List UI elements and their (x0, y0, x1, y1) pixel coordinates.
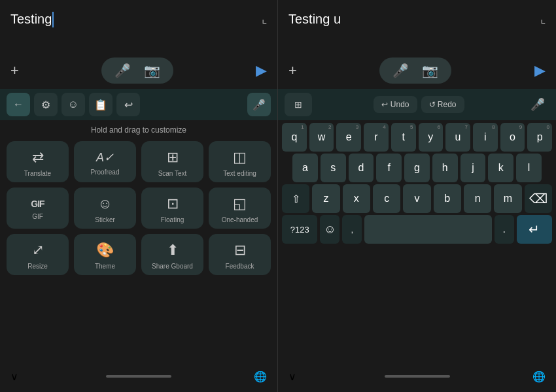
key-d[interactable]: d (349, 154, 374, 182)
right-text-area: Testing u (278, 0, 556, 52)
one-handed-label: One-handed (222, 216, 258, 223)
left-undo-button[interactable]: ↩ (116, 93, 140, 116)
menu-item-theme[interactable]: 🎨 Theme (74, 234, 136, 275)
key-z[interactable]: z (312, 184, 339, 213)
theme-label: Theme (95, 263, 115, 270)
left-mic-sub-button[interactable]: 🎤 (247, 93, 271, 116)
key-row-3: ⇧ z x c v b n m ⌫ (282, 184, 552, 213)
right-mic-icon[interactable]: 🎤 (392, 63, 409, 78)
key-i[interactable]: 8i (473, 123, 498, 152)
keyboard: 1q 2w 3e 4r 5t 6y 7u 8i 9o 0p a s d f g … (278, 120, 556, 392)
left-chevron-down-icon[interactable]: ∨ (10, 370, 18, 383)
right-mic-button[interactable]: 🎤 (526, 93, 549, 116)
right-kb-top-bar: ⊞ ↩ Undo ↺ Redo 🎤 (278, 89, 556, 120)
left-panel: Testing ⌞ + 🎤 📷 ▶ ← ⚙ ☺ 📋 ↩ 🎤 Hold and d… (0, 0, 278, 392)
gif-icon: GIF (31, 199, 44, 209)
sticker-label: Sticker (95, 216, 115, 223)
left-menu-grid: ⇄ Translate A✓ Proofread ⊞ Scan Text ◫ T… (0, 141, 277, 275)
menu-item-floating[interactable]: ⊡ Floating (141, 188, 203, 229)
share-gboard-icon: ⬆ (167, 242, 179, 259)
theme-icon: 🎨 (96, 242, 114, 259)
menu-item-gif[interactable]: GIF GIF (7, 188, 69, 229)
menu-item-resize[interactable]: ⤢ Resize (7, 234, 69, 275)
left-toolbar: + 🎤 📷 ▶ (0, 52, 277, 89)
key-p[interactable]: 0p (527, 123, 552, 152)
key-row-2: a s d f g h j k l (282, 154, 552, 182)
menu-item-translate[interactable]: ⇄ Translate (7, 141, 69, 182)
key-w[interactable]: 2w (309, 123, 334, 152)
left-text-area: Testing (0, 0, 277, 52)
key-backspace[interactable]: ⌫ (525, 184, 552, 213)
key-enter[interactable]: ↵ (517, 215, 552, 244)
right-undo-button[interactable]: ↩ Undo (374, 96, 417, 113)
key-shift[interactable]: ⇧ (282, 184, 309, 213)
key-e[interactable]: 3e (336, 123, 361, 152)
menu-item-text-editing[interactable]: ◫ Text editing (209, 141, 271, 182)
menu-item-sticker[interactable]: ☺ Sticker (74, 188, 136, 229)
menu-item-feedback[interactable]: ⊟ Feedback (209, 234, 271, 275)
key-num[interactable]: ?123 (282, 215, 317, 244)
key-space[interactable] (364, 215, 491, 244)
cursor (52, 12, 54, 27)
key-h[interactable]: h (432, 154, 458, 182)
right-plus-button[interactable]: + (288, 62, 297, 79)
key-q[interactable]: 1q (282, 123, 307, 152)
menu-item-scan-text[interactable]: ⊞ Scan Text (141, 141, 203, 182)
key-v[interactable]: v (403, 184, 430, 213)
sticker-icon: ☺ (97, 195, 112, 212)
key-c[interactable]: c (373, 184, 400, 213)
key-x[interactable]: x (343, 184, 370, 213)
key-g[interactable]: g (404, 154, 430, 182)
right-toolbar-center: 🎤 📷 (379, 57, 451, 84)
feedback-label: Feedback (226, 263, 254, 270)
left-camera-icon[interactable]: 📷 (144, 63, 160, 78)
menu-item-one-handed[interactable]: ◱ One-handed (209, 188, 271, 229)
left-home-indicator (106, 375, 171, 378)
left-settings-button[interactable]: ⚙ (34, 93, 58, 116)
one-handed-icon: ◱ (233, 195, 247, 212)
key-n[interactable]: n (464, 184, 491, 213)
translate-label: Translate (24, 170, 51, 177)
key-o[interactable]: 9o (500, 123, 525, 152)
left-globe-icon[interactable]: 🌐 (254, 370, 267, 383)
key-period[interactable]: . (495, 215, 514, 244)
left-clipboard-button[interactable]: 📋 (89, 93, 113, 116)
left-plus-button[interactable]: + (10, 62, 19, 79)
key-row-1: 1q 2w 3e 4r 5t 6y 7u 8i 9o 0p (282, 123, 552, 152)
key-row-4: ?123 ☺ , . ↵ (282, 215, 552, 244)
menu-item-proofread[interactable]: A✓ Proofread (74, 141, 136, 182)
key-emoji[interactable]: ☺ (320, 215, 339, 244)
gif-label: GIF (32, 213, 43, 220)
right-globe-icon[interactable]: 🌐 (532, 370, 546, 383)
key-m[interactable]: m (494, 184, 521, 213)
menu-item-share-gboard[interactable]: ⬆ Share Gboard (141, 234, 203, 275)
key-comma[interactable]: , (342, 215, 362, 244)
left-send-button[interactable]: ▶ (256, 62, 267, 79)
key-u[interactable]: 7u (445, 123, 470, 152)
right-expand-icon[interactable]: ⌞ (540, 12, 546, 26)
right-toolbar: + 🎤 📷 ▶ (278, 52, 556, 89)
key-t[interactable]: 5t (391, 123, 416, 152)
key-j[interactable]: j (460, 154, 486, 182)
right-send-button[interactable]: ▶ (534, 62, 546, 79)
right-input-text: Testing u (288, 12, 341, 27)
proofread-label: Proofread (91, 169, 120, 176)
left-back-button[interactable]: ← (7, 93, 30, 116)
key-l[interactable]: l (516, 154, 542, 182)
key-a[interactable]: a (292, 154, 318, 182)
left-emoji-button[interactable]: ☺ (61, 93, 85, 116)
right-grid-button[interactable]: ⊞ (285, 93, 312, 116)
right-camera-icon[interactable]: 📷 (422, 63, 438, 78)
left-expand-icon[interactable]: ⌞ (262, 12, 267, 26)
key-b[interactable]: b (434, 184, 461, 213)
left-mic-icon[interactable]: 🎤 (114, 63, 131, 78)
right-panel: Testing u ⌞ + 🎤 📷 ▶ ⊞ ↩ Undo ↺ Redo 🎤 1q… (278, 0, 556, 392)
key-r[interactable]: 4r (364, 123, 389, 152)
right-redo-button[interactable]: ↺ Redo (421, 96, 464, 113)
key-f[interactable]: f (376, 154, 402, 182)
right-chevron-down-icon[interactable]: ∨ (288, 370, 296, 383)
key-s[interactable]: s (321, 154, 346, 182)
right-bottom-bar: ∨ 🌐 (278, 361, 556, 392)
key-y[interactable]: 6y (419, 123, 443, 152)
key-k[interactable]: k (488, 154, 513, 182)
